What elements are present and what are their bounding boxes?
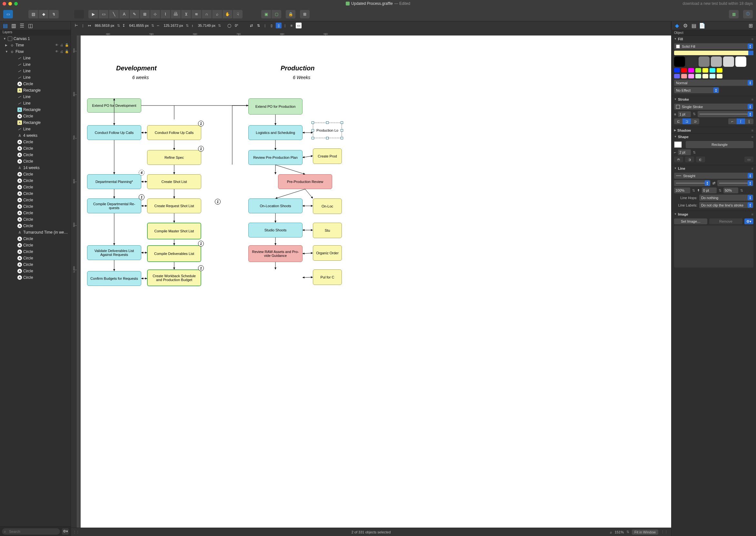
text-tool[interactable]: A	[119, 10, 129, 18]
remove-image-button[interactable]: Remove	[709, 218, 742, 224]
selection-handle[interactable]	[341, 129, 343, 132]
tree-row[interactable]: ACircle	[0, 113, 71, 119]
swatch[interactable]	[735, 56, 746, 67]
flow-box[interactable]: Refine Spec	[147, 150, 201, 165]
rotation-icon[interactable]: ◯	[226, 22, 232, 28]
info-button[interactable]: ⓘ	[743, 10, 753, 18]
swatch[interactable]	[709, 74, 715, 79]
flow-box[interactable]: Validate Deliverables List Against Reque…	[87, 245, 141, 260]
selection-handle[interactable]	[326, 137, 329, 139]
shape-op-union[interactable]: ◓	[674, 156, 683, 162]
w-value[interactable]: 125.1672 px	[162, 23, 184, 28]
tree-row[interactable]: ▼◇Flow👁🖨🔓	[0, 49, 71, 55]
flip-h-icon[interactable]: ⇄	[249, 22, 254, 28]
flow-box[interactable]: Create Shot List	[147, 174, 201, 189]
resize-handle-right-icon[interactable]: ⋮⋮	[661, 530, 668, 534]
fill-effect-dropdown[interactable]: No Effect	[674, 87, 719, 93]
tree-row[interactable]: ARectangle	[0, 87, 71, 94]
line-hops-dropdown[interactable]: Do nothing	[699, 195, 753, 201]
line-tail-scale[interactable]: 100%	[674, 187, 690, 193]
tree-row[interactable]: Line	[0, 55, 71, 61]
line-head-scale[interactable]: 50%	[723, 187, 738, 193]
shape-op-intersect[interactable]: ◐	[696, 156, 705, 162]
rotation-value[interactable]: 0°	[234, 23, 240, 28]
object-inspector-icon[interactable]: ◆	[674, 22, 680, 29]
pen-tool[interactable]: ✎	[130, 10, 139, 18]
shape-op-subtract[interactable]: ◑	[685, 156, 694, 162]
style-tray-button[interactable]: ▤	[28, 10, 38, 18]
selection-handle[interactable]	[312, 129, 314, 132]
flow-box[interactable]: Extend PO for Development	[87, 98, 141, 113]
flow-box[interactable]: Compile Deliverables List	[147, 245, 201, 262]
shape-picker-button[interactable]: Rectangle	[686, 141, 753, 148]
stroke-section-header[interactable]: ▼Stroke≡	[672, 96, 756, 102]
tree-row[interactable]: Line	[0, 74, 71, 81]
tree-row[interactable]: ACircle	[0, 152, 71, 158]
line-join-segment[interactable]: ⌐⌈⌊	[728, 118, 753, 124]
flow-box[interactable]: On-Loc	[313, 198, 342, 214]
tree-row[interactable]: ACircle	[0, 171, 71, 178]
minimize-window-icon[interactable]	[8, 2, 12, 6]
shape-section-header[interactable]: ▼Shape≡	[672, 133, 756, 140]
line-tool[interactable]: ╲	[109, 10, 119, 18]
flow-box[interactable]: Studio Shoots	[248, 223, 302, 238]
layers-tree[interactable]: ▼Canvas 1▶◇Time👁🖨🔓▼◇Flow👁🖨🔓LineLineLineL…	[0, 36, 71, 526]
resize-handle-icon[interactable]: ⋮⋮	[73, 530, 79, 534]
canvas-viewport[interactable]: Development6 weeksProduction6 WeeksExten…	[77, 36, 671, 528]
swatch[interactable]	[688, 68, 694, 73]
document-inspector-icon[interactable]: 📄	[699, 22, 706, 29]
swatch[interactable]	[723, 56, 734, 67]
tree-row[interactable]: ARectangle	[0, 119, 71, 126]
tree-row[interactable]: A4 weeks	[0, 132, 71, 139]
flow-box[interactable]: Extend PO for Production	[248, 98, 302, 115]
x-value[interactable]: 866.5818 px	[94, 23, 116, 28]
swatch[interactable]	[717, 68, 722, 73]
stroke-width-field[interactable]: 1 pt	[678, 111, 691, 117]
swatch[interactable]	[674, 68, 680, 73]
swatch[interactable]	[717, 74, 722, 79]
tree-row[interactable]: ACircle	[0, 216, 71, 223]
fill-type-dropdown[interactable]: Solid Fill	[674, 43, 753, 50]
ruler-vertical[interactable]: 5006007008009001,000	[71, 36, 77, 528]
tree-row[interactable]: ACircle	[0, 236, 71, 242]
shape-tool[interactable]: ▭	[99, 10, 109, 18]
fill-color-well[interactable]	[674, 51, 753, 55]
stencils-button[interactable]: ▦	[729, 10, 739, 18]
selection-handle[interactable]	[312, 137, 314, 139]
layers-tab-icon[interactable]: ▤	[2, 22, 8, 29]
line-labels-dropdown[interactable]: Do not clip the line's stroke	[699, 202, 753, 208]
tree-row[interactable]: ACircle	[0, 190, 71, 197]
magnet-tool[interactable]: ⊻	[181, 10, 191, 18]
group-button[interactable]: ⊞	[300, 10, 310, 18]
tree-row[interactable]: ACircle	[0, 210, 71, 216]
swatch[interactable]	[674, 56, 685, 67]
flow-box[interactable]: Review RAW Assets and Pro- vide Guidance	[248, 245, 302, 262]
flip-v-icon[interactable]: ⇅	[256, 22, 262, 28]
fit-in-window-button[interactable]: Fit in Window	[632, 529, 658, 535]
tree-row[interactable]: ACircle	[0, 249, 71, 255]
flow-box[interactable]: Conduct Follow Up Calls	[147, 125, 201, 140]
line-tail-dropdown[interactable]	[674, 180, 710, 186]
y-value[interactable]: 641.8555 px	[128, 23, 150, 28]
bring-front-button[interactable]: ▣	[261, 10, 271, 18]
sidebar-gear-button[interactable]: ⚙▾	[62, 528, 69, 535]
flow-box[interactable]: Confirm Budgets for Requests	[87, 271, 141, 286]
swatch[interactable]	[695, 68, 701, 73]
tree-row[interactable]: ACircle	[0, 268, 71, 274]
line-section-header[interactable]: ▼Line≡	[672, 165, 756, 171]
swatch[interactable]	[686, 56, 697, 67]
tree-row[interactable]: ACircle	[0, 139, 71, 145]
tree-row[interactable]: ACircle	[0, 274, 71, 281]
fill-blend-dropdown[interactable]: Normal	[674, 80, 753, 86]
tree-row[interactable]: ACircle	[0, 261, 71, 268]
tree-row[interactable]: ACircle	[0, 197, 71, 203]
tree-row[interactable]: ACircle	[0, 184, 71, 190]
align-seg-2[interactable]: ▯	[276, 22, 282, 28]
flow-box[interactable]: Logistics and Scheduling	[248, 125, 302, 140]
tree-row[interactable]: Line	[0, 126, 71, 132]
image-gear-button[interactable]: ⚙▾	[744, 218, 753, 224]
hand-tool[interactable]: ✋	[223, 10, 232, 18]
flow-box[interactable]: Compile Master Shot List	[147, 223, 201, 239]
selection-handle[interactable]	[341, 121, 343, 124]
selection-handle[interactable]	[312, 121, 314, 124]
